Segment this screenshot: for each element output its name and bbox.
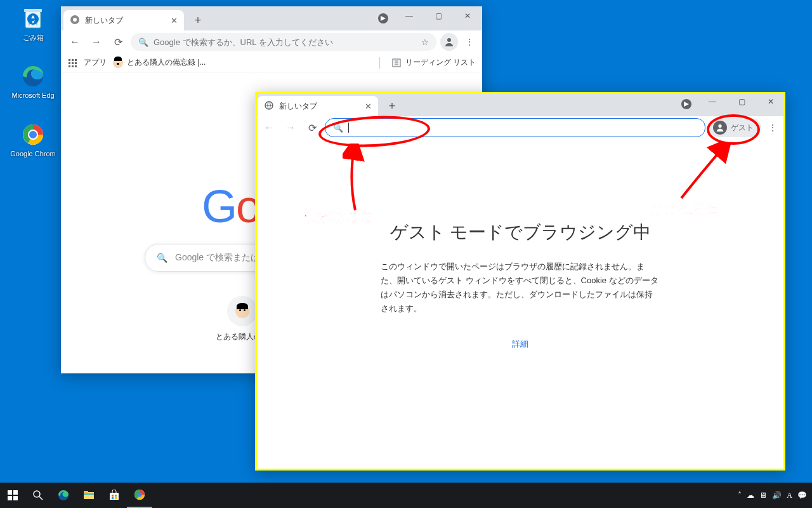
svg-point-8 <box>73 18 77 22</box>
separator <box>379 57 380 69</box>
tray-ime-indicator[interactable]: A <box>787 491 792 500</box>
search-icon: 🔍 <box>333 123 343 133</box>
taskbar-chrome[interactable] <box>127 483 152 508</box>
search-icon: 🔍 <box>138 37 148 47</box>
desktop-edge[interactable]: Microsoft Edg <box>9 64 57 99</box>
svg-rect-21 <box>84 493 94 495</box>
bookmark-item[interactable]: とある隣人の備忘録 |... <box>113 57 206 68</box>
chrome-icon <box>70 15 80 27</box>
tab-title: 新しいタブ <box>85 15 123 26</box>
forward-button[interactable]: → <box>282 119 299 137</box>
reload-button[interactable]: ⟳ <box>303 119 321 137</box>
guest-ntp-content: ゲスト モードでブラウジング中 このウィンドウで開いたページはブラウザの履歴に記… <box>255 139 785 471</box>
omnibox-input[interactable] <box>154 37 416 47</box>
reading-list-label: リーディング リスト <box>405 57 476 68</box>
svg-rect-20 <box>84 491 88 493</box>
close-button[interactable]: ✕ <box>453 6 482 25</box>
omnibox-input[interactable] <box>348 123 697 133</box>
toolbar: ← → ⟳ 🔍 ☆ ⋮ <box>61 30 482 53</box>
svg-rect-19 <box>84 492 94 499</box>
profile-button[interactable] <box>440 33 458 51</box>
reload-button[interactable]: ⟳ <box>109 33 127 51</box>
close-icon[interactable]: ✕ <box>171 16 178 25</box>
menu-button[interactable]: ⋮ <box>462 37 477 47</box>
guest-label: ゲスト <box>731 123 754 133</box>
address-bar[interactable]: 🔍 <box>325 118 705 137</box>
guest-mode-description: このウィンドウで開いたページはブラウザの履歴に記録されません。また、開いているゲ… <box>381 260 660 316</box>
svg-rect-24 <box>115 495 117 497</box>
svg-rect-1 <box>24 9 42 12</box>
back-button[interactable]: ← <box>260 119 278 137</box>
menu-button[interactable]: ⋮ <box>765 123 780 133</box>
tray-volume-icon[interactable]: 🔊 <box>772 491 782 500</box>
minimize-button[interactable]: — <box>698 92 727 111</box>
start-button[interactable] <box>0 483 25 508</box>
bookmark-label: とある隣人の備忘録 |... <box>127 57 206 68</box>
globe-icon <box>264 100 274 112</box>
media-control-button[interactable] <box>378 13 388 23</box>
tray-network-icon[interactable]: 🖥 <box>759 491 767 500</box>
chrome-window-guest: 新しいタブ ✕ + — ▢ ✕ ← → ⟳ 🔍 ゲスト ⋮ ゲスト モードでブラ… <box>255 92 785 471</box>
svg-rect-14 <box>13 490 18 495</box>
svg-rect-23 <box>112 495 114 497</box>
desktop-icon-label: ごみ箱 <box>23 34 44 41</box>
tab-newtab[interactable]: 新しいタブ ✕ <box>258 96 378 116</box>
desktop-icon-label: Google Chrom <box>10 150 56 157</box>
forward-button[interactable]: → <box>88 33 105 51</box>
bookmark-star-icon[interactable]: ☆ <box>421 37 429 47</box>
tabstrip: 新しいタブ ✕ + — ▢ ✕ <box>61 6 482 30</box>
svg-rect-13 <box>8 490 12 495</box>
new-tab-button[interactable]: + <box>189 11 207 29</box>
back-button[interactable]: ← <box>66 33 84 51</box>
taskbar-search[interactable] <box>25 483 51 508</box>
close-button[interactable]: ✕ <box>756 92 785 111</box>
taskbar: ˄ ☁ 🖥 🔊 A 💬 <box>0 483 812 508</box>
maximize-button[interactable]: ▢ <box>424 6 453 25</box>
bookmarks-bar: アプリ とある隣人の備忘録 |... リーディング リスト <box>61 53 482 72</box>
search-icon: 🔍 <box>157 253 167 263</box>
apps-label[interactable]: アプリ <box>84 57 107 68</box>
tray-chevron-icon[interactable]: ˄ <box>738 491 742 500</box>
taskbar-store[interactable] <box>102 483 127 508</box>
desktop-chrome[interactable]: Google Chrom <box>9 122 57 157</box>
tray-notifications-icon[interactable]: 💬 <box>797 491 807 500</box>
details-link[interactable]: 詳細 <box>255 338 785 350</box>
svg-point-28 <box>138 493 142 497</box>
media-control-button[interactable] <box>681 99 691 109</box>
svg-rect-26 <box>115 497 117 499</box>
svg-point-12 <box>718 124 721 128</box>
svg-rect-25 <box>112 497 114 499</box>
tabstrip: 新しいタブ ✕ + — ▢ ✕ <box>255 92 785 116</box>
minimize-button[interactable]: — <box>395 6 424 25</box>
address-bar[interactable]: 🔍 ☆ <box>131 33 436 51</box>
svg-rect-22 <box>110 493 119 500</box>
svg-rect-16 <box>13 496 18 500</box>
tray-onedrive-icon[interactable]: ☁ <box>747 491 754 500</box>
system-tray[interactable]: ˄ ☁ 🖥 🔊 A 💬 <box>738 491 812 500</box>
svg-point-9 <box>447 38 451 42</box>
svg-rect-15 <box>8 496 12 500</box>
tab-newtab[interactable]: 新しいタブ ✕ <box>63 10 184 30</box>
close-icon[interactable]: ✕ <box>365 102 372 111</box>
reading-list-button[interactable]: リーディング リスト <box>386 57 476 68</box>
desktop-icon-label: Microsoft Edg <box>11 91 54 99</box>
taskbar-explorer[interactable] <box>76 483 102 508</box>
taskbar-edge[interactable] <box>51 483 76 508</box>
maximize-button[interactable]: ▢ <box>727 92 756 111</box>
new-tab-button[interactable]: + <box>383 97 401 115</box>
desktop-recycle-bin[interactable]: ごみ箱 <box>9 5 57 43</box>
apps-icon[interactable] <box>67 58 77 68</box>
tab-title: 新しいタブ <box>279 101 317 112</box>
toolbar: ← → ⟳ 🔍 ゲスト ⋮ <box>255 116 785 139</box>
svg-point-17 <box>34 491 40 497</box>
guest-profile-chip[interactable]: ゲスト <box>709 118 761 137</box>
guest-mode-heading: ゲスト モードでブラウジング中 <box>255 220 785 244</box>
